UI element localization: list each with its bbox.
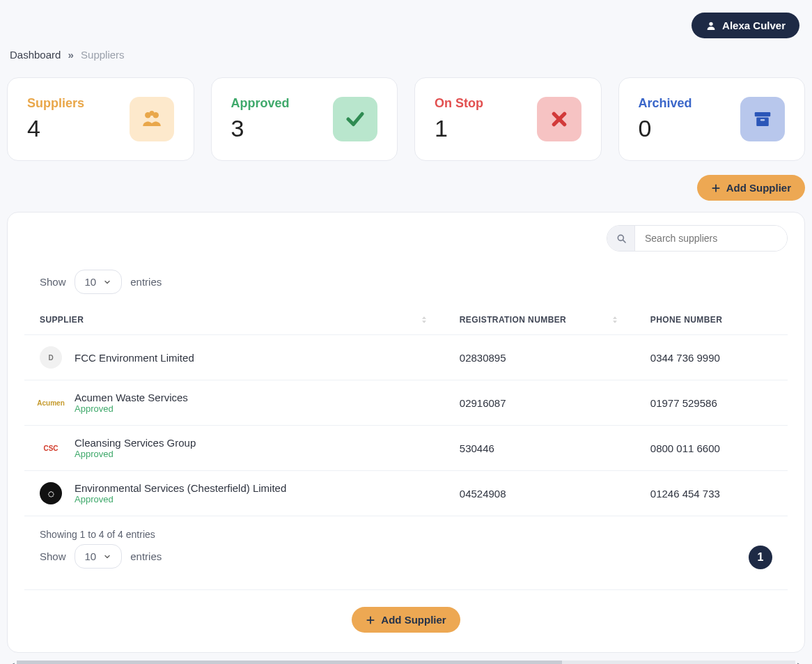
stat-count: 0 [639,115,692,142]
supplier-name: Environmental Services (Chesterfield) Li… [75,482,286,494]
page-size-value: 10 [85,550,97,562]
page-size-select[interactable]: 10 [75,270,123,294]
entries-label: entries [130,276,162,288]
show-label: Show [40,550,66,562]
supplier-phone: 0344 736 9990 [635,335,788,380]
svg-rect-8 [760,119,765,121]
supplier-name: FCC Environment Limited [75,352,194,364]
stat-count: 1 [435,115,483,142]
stat-count: 4 [27,115,84,142]
chevron-down-icon [103,278,111,286]
user-icon [705,20,717,31]
stat-card-onstop[interactable]: On Stop 1 [414,77,602,161]
button-label: Add Supplier [381,614,446,626]
stat-title: Archived [639,96,692,111]
entries-label: entries [130,550,162,562]
chevron-down-icon [103,553,111,561]
supplier-name: Acumen Waste Services [75,392,188,403]
supplier-logo: ◌ [40,482,62,504]
search-input[interactable] [635,226,787,251]
scrollbar-track[interactable] [17,661,795,664]
page-size-select-bottom[interactable]: 10 [75,544,123,569]
stat-title: On Stop [435,96,483,111]
suppliers-table: SUPPLIER REGISTRATION NUMBER PHONE NUMBE… [24,305,788,516]
svg-point-3 [149,111,154,116]
breadcrumb-separator-icon: » [64,49,78,61]
svg-line-12 [623,240,625,242]
stat-card-archived[interactable]: Archived 0 [618,77,806,161]
table-row[interactable]: DFCC Environment Limited028308950344 736… [24,335,788,380]
stat-card-suppliers[interactable]: Suppliers 4 [7,77,194,161]
breadcrumb-root[interactable]: Dashboard [10,49,61,61]
horizontal-scrollbar[interactable]: ◀ ▶ [7,660,805,664]
user-menu[interactable]: Alexa Culver [692,13,799,38]
stat-title: Approved [231,96,290,111]
plus-icon [711,183,721,193]
add-supplier-button[interactable]: Add Supplier [697,175,805,201]
button-label: Add Supplier [726,182,791,194]
supplier-reg: 530446 [444,426,635,471]
scroll-right-icon[interactable]: ▶ [795,660,805,664]
users-icon [130,97,174,141]
showing-text: Showing 1 to 4 of 4 entries [40,529,155,540]
table-row[interactable]: CSCCleansing Services GroupApproved53044… [24,426,788,471]
supplier-reg: 04524908 [444,471,635,516]
user-name: Alexa Culver [722,20,786,31]
supplier-name: Cleansing Services Group [75,437,196,449]
breadcrumb: Dashboard » Suppliers [7,8,805,61]
col-registration[interactable]: REGISTRATION NUMBER [444,305,635,335]
plus-icon [366,615,375,625]
search-container [607,225,788,252]
supplier-status: Approved [75,449,196,459]
supplier-phone: 01246 454 733 [635,471,788,516]
supplier-logo: D [40,346,62,369]
supplier-phone: 0800 011 6600 [635,426,788,471]
stat-card-approved[interactable]: Approved 3 [211,77,398,161]
page-size-value: 10 [85,276,97,288]
supplier-logo: Acumen [40,392,62,414]
x-icon [537,97,581,141]
add-supplier-button-bottom[interactable]: Add Supplier [352,607,460,633]
supplier-status: Approved [75,403,188,414]
sort-icon [419,315,429,325]
sort-icon [610,315,620,325]
col-phone[interactable]: PHONE NUMBER [635,305,788,335]
check-icon [333,97,377,141]
supplier-status: Approved [75,494,286,504]
svg-rect-7 [756,118,769,127]
stat-title: Suppliers [27,96,84,111]
col-supplier[interactable]: SUPPLIER [24,305,444,335]
scrollbar-thumb[interactable] [17,661,562,664]
page-1-button[interactable]: 1 [749,546,772,569]
suppliers-panel: Show 10 entries SUPPLIER REGISTRATION NU… [7,212,805,653]
archive-icon [740,97,785,141]
svg-rect-6 [755,112,771,116]
table-row[interactable]: ◌Environmental Services (Chesterfield) L… [24,471,788,516]
breadcrumb-current: Suppliers [81,49,125,61]
svg-point-0 [709,22,712,25]
supplier-reg: 02830895 [444,335,635,380]
scroll-left-icon[interactable]: ◀ [7,660,17,664]
supplier-logo: CSC [40,437,62,459]
table-row[interactable]: AcumenAcumen Waste ServicesApproved02916… [24,380,788,426]
search-icon [607,226,635,251]
supplier-phone: 01977 529586 [635,380,788,426]
stat-count: 3 [231,115,290,142]
show-label: Show [40,276,66,288]
supplier-reg: 02916087 [444,380,635,426]
